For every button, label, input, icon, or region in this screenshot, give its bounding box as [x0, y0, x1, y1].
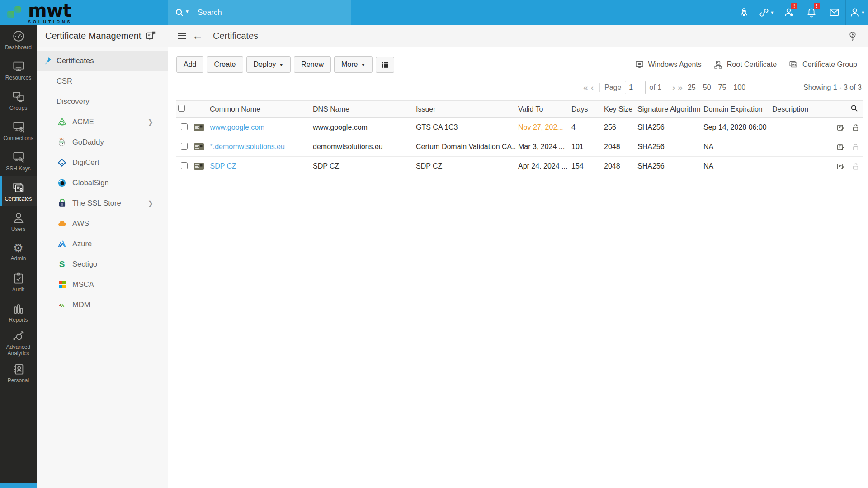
col-issuer[interactable]: Issuer [414, 101, 516, 118]
rail-item-connections[interactable]: Connections [0, 116, 37, 146]
page-size-100[interactable]: 100 [733, 84, 745, 92]
rail-item-dashboard[interactable]: Dashboard [0, 25, 37, 55]
dns-name-cell: demomwtsolutions.eu [311, 137, 414, 157]
sidebar-item-certificates[interactable]: Certificates [37, 51, 168, 71]
row-checkbox[interactable] [181, 162, 188, 169]
edit-details-icon[interactable] [836, 123, 845, 132]
col-common-name[interactable]: Common Name [208, 101, 311, 118]
chevron-right-icon[interactable]: ❯ [147, 199, 153, 207]
sidebar-item-csr[interactable]: CSR [37, 71, 168, 91]
rail-item-personal[interactable]: Personal [0, 358, 37, 388]
table-row[interactable]: SDP CZ SDP CZ SDP CZ Apr 24, 2024 ... 15… [176, 157, 863, 176]
rail-item-advanced-analytics[interactable]: Advanced Analytics [0, 328, 37, 358]
hierarchy-icon [713, 60, 723, 70]
rail-item-reports[interactable]: Reports [0, 297, 37, 328]
certificate-card-icon [193, 162, 204, 170]
create-button[interactable]: Create [207, 56, 243, 73]
renew-button[interactable]: Renew [294, 56, 331, 73]
signature-algorithm-cell: SHA256 [636, 157, 702, 176]
sidebar-item-digicert[interactable]: DigiCert [37, 152, 168, 173]
add-button[interactable]: Add [176, 56, 203, 73]
search-input[interactable] [198, 8, 324, 17]
search-icon[interactable]: ▼ [175, 8, 189, 18]
mail-icon[interactable] [823, 0, 845, 25]
link-icon[interactable]: ▼ [755, 0, 778, 25]
rocket-icon[interactable] [732, 0, 755, 25]
col-dns-name[interactable]: DNS Name [311, 101, 414, 118]
col-valid-to[interactable]: Valid To [516, 101, 570, 118]
table-search-icon[interactable] [850, 104, 859, 113]
lightbulb-help-icon[interactable] [847, 30, 858, 41]
lock-renew-icon[interactable] [851, 162, 860, 171]
rail-item-audit[interactable]: Audit [0, 267, 37, 297]
sidebar-item-globalsign[interactable]: GlobalSign [37, 173, 168, 193]
search-scope-caret-icon[interactable]: ▼ [185, 9, 189, 14]
root-certificate-link[interactable]: Root Certificate [713, 60, 777, 70]
sidebar-item-aws[interactable]: AWS [37, 213, 168, 234]
lock-renew-icon[interactable] [851, 123, 860, 132]
last-page-icon[interactable]: » [678, 83, 683, 92]
rail-item-admin[interactable]: ⚙ Admin [0, 237, 37, 267]
select-all-checkbox[interactable] [178, 105, 185, 112]
panel-toggle-icon[interactable] [145, 30, 157, 42]
globalsign-logo [57, 178, 67, 188]
next-page-icon[interactable]: › [672, 83, 675, 92]
common-name-link[interactable]: SDP CZ [208, 157, 311, 176]
row-checkbox[interactable] [181, 123, 188, 130]
page-number-input[interactable] [625, 81, 646, 94]
common-name-link[interactable]: *.demomwtsolutions.eu [208, 137, 311, 157]
rail-item-users[interactable]: Users [0, 206, 37, 237]
row-checkbox[interactable] [181, 143, 188, 150]
monitor-key-icon [12, 150, 25, 164]
user-star-icon[interactable]: ! [778, 0, 800, 25]
rail-item-groups[interactable]: Groups [0, 85, 37, 116]
user-icon[interactable]: ▼ [845, 0, 868, 25]
col-days[interactable]: Days [570, 101, 602, 118]
rail-item-ssh-keys[interactable]: SSH Keys [0, 146, 37, 176]
global-search[interactable]: ▼ [168, 0, 351, 25]
gear-icon: ⚙ [13, 242, 24, 254]
lock-renew-icon[interactable] [851, 143, 860, 151]
sidebar-item-acme[interactable]: ACME ❯ [37, 112, 168, 132]
pin-icon [43, 56, 52, 66]
sidebar-item-godaddy[interactable]: GoDaddy [37, 132, 168, 152]
sidebar-item-the-ssl-store[interactable]: The SSL Store ❯ [37, 193, 168, 213]
signature-algorithm-cell: SHA256 [636, 137, 702, 157]
days-cell: 101 [570, 137, 602, 157]
more-button[interactable]: More▼ [334, 56, 373, 73]
bell-icon[interactable]: ! [800, 0, 823, 25]
back-arrow-icon[interactable]: ← [192, 30, 203, 41]
col-key-size[interactable]: Key Size [602, 101, 636, 118]
sidebar-item-azure[interactable]: Azure [37, 234, 168, 254]
page-of-label: of 1 [649, 84, 661, 92]
domain-expiration-cell: NA [702, 157, 770, 176]
list-view-button[interactable] [376, 57, 394, 73]
divider [666, 83, 666, 92]
sidebar-item-discovery[interactable]: Discovery [37, 91, 168, 112]
chevron-right-icon[interactable]: ❯ [147, 118, 153, 126]
page-size-50[interactable]: 50 [703, 84, 711, 92]
first-page-icon[interactable]: « [583, 83, 588, 92]
col-description[interactable]: Description [770, 101, 812, 118]
key-size-cell: 2048 [602, 137, 636, 157]
deploy-button[interactable]: Deploy▼ [246, 56, 291, 73]
sidebar-item-mdm[interactable]: MDM [37, 295, 168, 315]
col-signature-algorithm[interactable]: Signature Algorithm [636, 101, 702, 118]
sidebar-item-msca[interactable]: MSCA [37, 274, 168, 295]
col-domain-expiration[interactable]: Domain Expiration [702, 101, 770, 118]
windows-agents-link[interactable]: Windows Agents [635, 60, 702, 70]
edit-details-icon[interactable] [836, 162, 845, 171]
table-row[interactable]: *.demomwtsolutions.eu demomwtsolutions.e… [176, 137, 863, 157]
rail-item-resources[interactable]: Resources [0, 55, 37, 85]
certificate-group-link[interactable]: Certificate Group [788, 60, 857, 70]
sidebar-item-sectigo[interactable]: S Sectigo [37, 254, 168, 274]
certificates-table: Common Name DNS Name Issuer Valid To Day… [176, 100, 863, 176]
common-name-link[interactable]: www.google.com [208, 118, 311, 137]
table-row[interactable]: www.google.com www.google.com GTS CA 1C3… [176, 118, 863, 137]
hamburger-menu-icon[interactable] [178, 33, 186, 38]
page-size-75[interactable]: 75 [718, 84, 726, 92]
rail-item-certificates[interactable]: Certificates [0, 176, 37, 206]
edit-details-icon[interactable] [836, 143, 845, 151]
page-size-25[interactable]: 25 [688, 84, 696, 92]
prev-page-icon[interactable]: ‹ [591, 83, 594, 92]
